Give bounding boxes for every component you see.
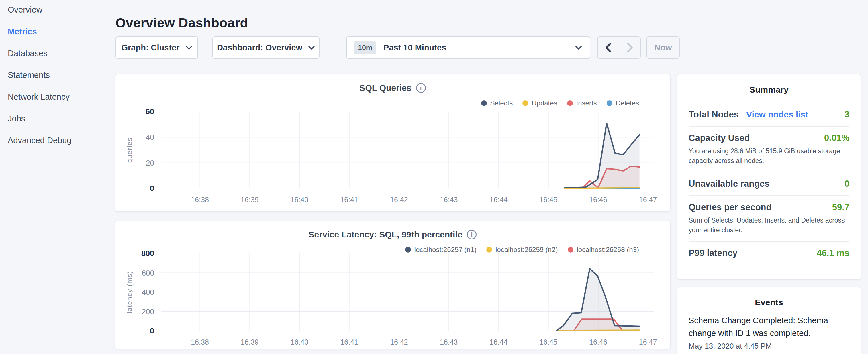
svg-text:queries: queries [125,137,133,163]
svg-text:600: 600 [142,269,154,277]
page-title: Overview Dashboard [116,15,248,31]
summary-panel: Summary Total Nodes View nodes list 3 Ca… [677,74,861,280]
svg-text:16:44: 16:44 [490,338,508,346]
sidebar: OverviewMetricsDatabasesStatementsNetwor… [0,0,115,354]
graph-dropdown[interactable]: Graph: Cluster [116,36,198,59]
time-range-dropdown[interactable]: 10m Past 10 Minutes [346,36,590,59]
sidebar-item-databases[interactable]: Databases [8,49,48,58]
p99-latency-value: 46.1 ms [817,248,849,258]
svg-text:16:44: 16:44 [490,196,508,204]
capacity-label: Capacity Used [689,133,750,143]
svg-text:16:46: 16:46 [589,338,607,346]
svg-text:16:45: 16:45 [539,338,557,346]
svg-text:16:39: 16:39 [241,196,259,204]
time-window-arrows [597,36,641,59]
summary-row-capacity: Capacity Used 0.01% You are using 28.6 M… [689,127,849,172]
service-latency-chart-card: Service Latency: SQL, 99th percentile i … [115,221,671,349]
svg-text:16:45: 16:45 [539,196,557,204]
chevron-down-icon [308,45,315,50]
event-text: Schema Change Completed: Schema change w… [689,314,849,340]
svg-text:16:47: 16:47 [639,196,657,204]
unavailable-ranges-label: Unavailable ranges [689,179,770,189]
svg-text:16:40: 16:40 [290,196,309,204]
dashboard-dropdown-label: Dashboard: Overview [217,43,302,53]
event-time: May 13, 2020 at 4:45 PM [689,342,849,351]
svg-text:200: 200 [142,307,154,316]
controls-divider [334,37,334,58]
capacity-description: You are using 28.6 MiB of 515.9 GiB usab… [689,146,849,165]
chevron-left-icon [604,42,612,53]
next-time-button[interactable] [619,37,640,58]
sidebar-item-advanced-debug[interactable]: Advanced Debug [8,136,72,145]
capacity-value: 0.01% [824,133,849,143]
sidebar-item-metrics[interactable]: Metrics [8,27,37,36]
svg-text:16:38: 16:38 [191,338,209,346]
qps-value: 59.7 [832,202,849,213]
time-range-badge: 10m [354,41,376,55]
sidebar-item-jobs[interactable]: Jobs [8,114,25,123]
sidebar-item-overview[interactable]: Overview [8,5,42,14]
chevron-down-icon [575,45,582,50]
qps-label: Queries per second [689,202,771,213]
svg-text:0: 0 [150,184,154,193]
chevron-down-icon [185,45,192,50]
graph-dropdown-label: Graph: Cluster [121,43,179,53]
qps-description: Sum of Selects, Updates, Inserts, and De… [689,215,849,235]
p99-latency-label: P99 latency [689,248,738,258]
events-panel: Events Schema Change Completed: Schema c… [677,287,861,354]
unavailable-ranges-value: 0 [844,179,849,189]
summary-row-unavailable-ranges: Unavailable ranges 0 [689,172,849,196]
svg-text:400: 400 [142,288,154,296]
chevron-right-icon [626,42,633,53]
svg-text:16:46: 16:46 [589,196,607,204]
svg-text:0: 0 [150,326,154,335]
summary-title: Summary [677,85,861,95]
time-range-label: Past 10 Minutes [383,43,567,53]
summary-row-qps: Queries per second 59.7 Sum of Selects, … [689,196,849,242]
events-title: Events [677,297,861,307]
prev-time-button[interactable] [598,37,619,58]
sql-queries-chart-card: SQL Queries i SelectsUpdatesInsertsDelet… [115,74,671,212]
view-nodes-list-link[interactable]: View nodes list [746,110,808,120]
svg-text:latency (ms): latency (ms) [125,271,133,314]
total-nodes-value: 3 [844,109,849,120]
sidebar-item-network-latency[interactable]: Network Latency [8,92,70,102]
summary-body: Total Nodes View nodes list 3 Capacity U… [677,102,861,265]
summary-row-total-nodes: Total Nodes View nodes list 3 [689,102,849,127]
chart-plot[interactable]: 16:3816:3916:4016:4116:4216:4316:4416:45… [115,74,670,212]
sidebar-item-statements[interactable]: Statements [8,70,50,80]
svg-text:16:39: 16:39 [241,338,259,346]
event-item[interactable]: Schema Change Completed: Schema change w… [689,314,849,351]
svg-text:16:43: 16:43 [440,338,458,346]
svg-text:16:42: 16:42 [390,196,408,204]
svg-text:16:41: 16:41 [340,338,358,346]
total-nodes-label: Total Nodes [689,109,739,120]
svg-text:40: 40 [146,133,154,141]
summary-row-p99-latency: P99 latency 46.1 ms [689,242,849,265]
svg-text:16:40: 16:40 [290,338,309,346]
svg-text:16:42: 16:42 [390,338,408,346]
svg-text:800: 800 [141,249,154,258]
events-body: Schema Change Completed: Schema change w… [677,314,861,351]
svg-text:16:41: 16:41 [340,196,358,204]
svg-text:60: 60 [146,107,154,116]
svg-text:16:43: 16:43 [440,196,458,204]
chart-plot[interactable]: 16:3816:3916:4016:4116:4216:4316:4416:45… [115,221,670,349]
now-button[interactable]: Now [647,36,680,59]
svg-text:16:38: 16:38 [191,196,209,204]
svg-text:16:47: 16:47 [639,338,657,346]
svg-text:20: 20 [146,159,154,167]
dashboard-dropdown[interactable]: Dashboard: Overview [212,36,319,59]
